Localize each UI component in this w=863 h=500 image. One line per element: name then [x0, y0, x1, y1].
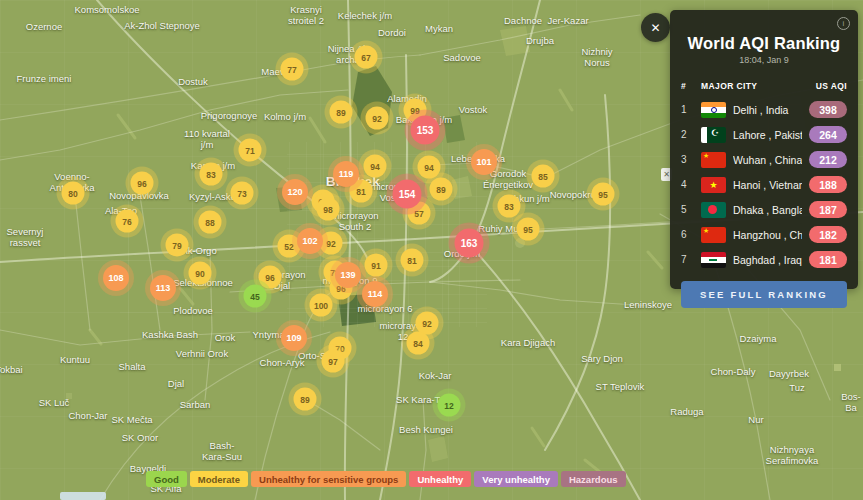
aqi-marker[interactable]: 12	[438, 394, 461, 417]
panel-timestamp: 18:04, Jan 9	[681, 55, 847, 65]
rank-number: 3	[681, 154, 694, 165]
aqi-marker[interactable]: 92	[366, 107, 389, 130]
ranking-row[interactable]: 4 Hanoi , Vietnam 188	[681, 172, 847, 197]
aqi-badge: 212	[809, 151, 847, 168]
ranking-rows: 1 Delhi , India 398 2 Lahore , Pakistan …	[681, 97, 847, 272]
aqi-badge: 398	[809, 101, 847, 118]
aqi-marker[interactable]: 91	[365, 254, 388, 277]
aqi-marker[interactable]: 83	[498, 195, 521, 218]
aqi-marker[interactable]: 97	[322, 350, 345, 373]
aqi-badge: 181	[809, 251, 847, 268]
aqi-marker[interactable]: 90	[189, 262, 212, 285]
city-name: Lahore , Pakistan	[733, 129, 802, 141]
aqi-marker[interactable]: 73	[231, 182, 254, 205]
close-icon: ✕	[650, 21, 660, 35]
ranking-row[interactable]: 3 Wuhan , China 212	[681, 147, 847, 172]
aqi-marker[interactable]: 153	[411, 116, 440, 145]
rank-number: 2	[681, 129, 694, 140]
ranking-row[interactable]: 1 Delhi , India 398	[681, 97, 847, 122]
aqi-marker[interactable]: 89	[330, 101, 353, 124]
aqi-marker[interactable]: 89	[294, 388, 317, 411]
ranking-row[interactable]: 2 Lahore , Pakistan 264	[681, 122, 847, 147]
aqi-marker[interactable]: 94	[364, 155, 387, 178]
aqi-marker[interactable]: 139	[335, 262, 361, 288]
ranking-row[interactable]: 5 Dhaka , Bangladesh 187	[681, 197, 847, 222]
air-quality-map-app: OzernoeKomsomolskoeAk-Zhol StepnoyeKrasn…	[0, 0, 863, 500]
column-aqi: US AQI	[809, 81, 847, 91]
see-full-ranking-button[interactable]: SEE FULL RANKING	[681, 281, 847, 308]
rank-number: 1	[681, 104, 694, 115]
aqi-marker[interactable]: 83	[200, 163, 223, 186]
aqi-marker[interactable]: 80	[62, 182, 85, 205]
aqi-marker[interactable]: 85	[532, 165, 555, 188]
aqi-marker[interactable]: 95	[592, 183, 615, 206]
panel-title: World AQI Ranking	[681, 34, 847, 53]
rank-number: 4	[681, 179, 694, 190]
aqi-marker[interactable]: 76	[116, 210, 139, 233]
aqi-marker[interactable]: 100	[310, 294, 333, 317]
aqi-marker[interactable]: 120	[282, 179, 308, 205]
aqi-marker[interactable]: 109	[281, 325, 307, 351]
legend-chip: Very unhealthy	[474, 471, 558, 487]
aqi-marker[interactable]: 102	[297, 228, 323, 254]
aqi-marker[interactable]: 98	[317, 198, 340, 221]
rank-number: 6	[681, 229, 694, 240]
city-name: Hanoi , Vietnam	[733, 179, 802, 191]
country-flag-icon	[701, 102, 726, 118]
aqi-marker[interactable]: 101	[471, 149, 497, 175]
map-attribution-partial	[60, 492, 106, 500]
aqi-marker[interactable]: 67	[355, 46, 378, 69]
aqi-badge: 188	[809, 176, 847, 193]
country-flag-icon	[701, 127, 726, 143]
aqi-marker[interactable]: 163	[455, 229, 484, 258]
country-flag-icon	[701, 177, 726, 193]
city-name: Hangzhou , China	[733, 229, 802, 241]
aqi-marker[interactable]: 95	[517, 218, 540, 241]
city-name: Dhaka , Bangladesh	[733, 204, 802, 216]
rank-number: 5	[681, 204, 694, 215]
aqi-marker[interactable]: 108	[103, 265, 129, 291]
aqi-marker[interactable]: 77	[281, 58, 304, 81]
legend-chip: Good	[146, 471, 187, 487]
aqi-marker[interactable]: 88	[199, 211, 222, 234]
legend-chip: Unhealthy for sensitive groups	[251, 471, 406, 487]
city-name: Wuhan , China	[733, 154, 802, 166]
aqi-marker[interactable]: 45	[244, 285, 267, 308]
aqi-marker[interactable]: 71	[239, 139, 262, 162]
ranking-row[interactable]: 6 Hangzhou , China 182	[681, 222, 847, 247]
legend-chip: Unhealthy	[409, 471, 471, 487]
aqi-legend: GoodModerateUnhealthy for sensitive grou…	[146, 471, 626, 487]
aqi-marker[interactable]: 89	[430, 178, 453, 201]
legend-chip: Hazardous	[561, 471, 626, 487]
aqi-marker[interactable]: 92	[320, 232, 343, 255]
world-aqi-ranking-panel: i World AQI Ranking 18:04, Jan 9 # MAJOR…	[670, 10, 858, 289]
panel-close-button[interactable]: ✕	[641, 13, 670, 42]
aqi-marker[interactable]: 94	[418, 156, 441, 179]
legend-chip: Moderate	[190, 471, 248, 487]
aqi-marker[interactable]: 81	[401, 249, 424, 272]
ranking-row[interactable]: 7 Baghdad , Iraq 181	[681, 247, 847, 272]
ranking-table-header: # MAJOR CITY US AQI	[681, 77, 847, 95]
country-flag-icon	[701, 227, 726, 243]
aqi-badge: 187	[809, 201, 847, 218]
aqi-badge: 182	[809, 226, 847, 243]
country-flag-icon	[701, 252, 726, 268]
aqi-marker[interactable]: 114	[362, 281, 388, 307]
aqi-marker[interactable]: 154	[393, 180, 422, 209]
aqi-marker[interactable]: 96	[131, 172, 154, 195]
aqi-marker[interactable]: 96	[259, 266, 282, 289]
aqi-marker[interactable]: 119	[333, 161, 359, 187]
aqi-marker[interactable]: 84	[407, 332, 430, 355]
city-name: Baghdad , Iraq	[733, 254, 802, 266]
city-name: Delhi , India	[733, 104, 802, 116]
country-flag-icon	[701, 202, 726, 218]
aqi-marker[interactable]: 79	[166, 234, 189, 257]
rank-number: 7	[681, 254, 694, 265]
column-rank: #	[681, 81, 694, 91]
aqi-marker[interactable]: 113	[150, 275, 176, 301]
country-flag-icon	[701, 152, 726, 168]
aqi-badge: 264	[809, 126, 847, 143]
info-icon[interactable]: i	[837, 17, 850, 30]
column-city: MAJOR CITY	[701, 81, 802, 91]
